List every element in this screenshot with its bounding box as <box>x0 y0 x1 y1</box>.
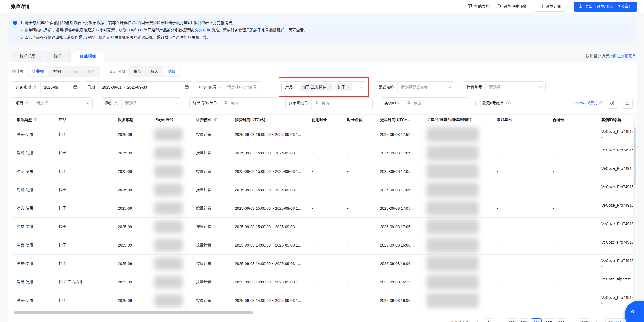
page-button[interactable]: 336 <box>556 318 566 322</box>
product-filter[interactable]: 产品 扣子-三方插件×扣子× <box>281 81 366 93</box>
openapi-debug-link[interactable]: OpenAPI调试 <box>574 101 602 106</box>
remove-tag-icon[interactable]: × <box>347 85 350 89</box>
config-name-filter[interactable]: 配置名称 请选择配置名称 <box>375 81 455 93</box>
table-row[interactable]: 消费-使用 扣子 2025-09 按量计费 2025-09-03 15:00:0… <box>12 199 637 218</box>
help-doc-link[interactable]: 帮助文档 <box>467 4 490 9</box>
table-row[interactable]: 消费-使用 扣子 2025-09 按量计费 2025-09-03 16:00:0… <box>12 125 637 144</box>
tab-2[interactable]: 账单 <box>46 51 70 62</box>
tab-1[interactable]: 账单总览 <box>12 51 44 62</box>
cell-period: 2025-09 <box>113 188 151 192</box>
cell-contract: - <box>548 151 597 155</box>
next-page-button[interactable] <box>592 318 601 322</box>
instance-id-search-input[interactable] <box>413 101 464 106</box>
table-row[interactable]: 消费-使用 扣子 2025-09 按量计费 2025-09-03 14:00:0… <box>12 255 637 273</box>
download-table-button[interactable] <box>622 98 633 109</box>
table-row[interactable]: 消费-使用 扣子 2025-09 按量计费 2025-09-03 15:00:0… <box>12 162 637 181</box>
column-header[interactable]: 订单号/账单号/账单明细号 <box>423 117 492 123</box>
filter-icon[interactable] <box>34 118 38 122</box>
cell-original-order: - <box>492 280 548 284</box>
cell-payer-account <box>151 276 192 288</box>
segment-option[interactable]: 账期 <box>129 67 146 76</box>
cell-consume-time: 2025-09-03 15:00:00 ~ 2025-09-03 1... <box>230 225 307 229</box>
vertical-scrollbar-thumb[interactable] <box>634 127 636 185</box>
bill-alert-link[interactable]: 账单消费预警 <box>497 4 527 9</box>
question-icon[interactable]: ? <box>25 101 29 105</box>
question-icon[interactable]: ? <box>114 101 118 105</box>
project-filter[interactable]: 项目? 请选择 <box>12 97 93 109</box>
column-header[interactable]: 交易时间(UTC+... <box>376 118 423 122</box>
redacted-payer-account <box>154 294 183 307</box>
billing-unit-filter[interactable]: 计费单元 请选择 <box>463 81 546 93</box>
column-header[interactable]: Payer账号 <box>151 117 192 123</box>
cell-billing-mode: 按量计费 <box>192 132 230 137</box>
vertical-scrollbar[interactable] <box>633 114 636 310</box>
column-header[interactable]: 消费时间(UTC+8) <box>230 118 307 122</box>
column-settings-button[interactable] <box>607 98 618 109</box>
export-bill-button[interactable]: 导出月账单/明细（含公章） <box>574 2 637 12</box>
bill-subscribe-button[interactable]: 账单订阅 <box>534 2 566 12</box>
cell-bill-type: 消费-使用 <box>12 298 54 303</box>
column-header[interactable]: 时长单位 <box>343 118 376 122</box>
table-row[interactable]: 消费-使用 扣子 2025-09 按量计费 2025-09-03 15:00:0… <box>12 218 637 236</box>
billing-period-filter[interactable]: 账务账期? 2025-09 <box>12 81 81 93</box>
page-button[interactable]: ··· <box>495 318 504 322</box>
order-no-search-input[interactable] <box>230 101 273 106</box>
remove-tag-icon[interactable]: × <box>329 85 331 89</box>
prev-page-button[interactable] <box>473 318 482 322</box>
goto-split-bill-link[interactable]: 前往分账账单 <box>613 54 636 58</box>
segment-option[interactable]: 按天 <box>146 67 163 76</box>
table-row[interactable]: 消费-使用 扣子 2025-09 按量计费 2025-09-03 14:00:0… <box>12 236 637 255</box>
column-header[interactable]: 实例ID/名称 <box>597 118 637 122</box>
segment-option[interactable]: 账号 <box>83 67 99 76</box>
page-button[interactable]: 1 <box>484 318 493 322</box>
page-button[interactable]: 335 <box>544 318 554 322</box>
redacted-payer-account <box>154 239 183 252</box>
segment-option[interactable]: 实例 <box>49 67 65 76</box>
payer-account-filter[interactable]: Payer账号 请选择Payer账号 <box>195 81 261 93</box>
horizontal-scrollbar-thumb[interactable] <box>14 311 253 314</box>
split-bill-link[interactable]: 分账账单 <box>195 28 210 32</box>
cell-product: 扣子 <box>54 187 113 192</box>
page-button[interactable]: 334 <box>531 318 541 322</box>
page-button[interactable]: 332 <box>506 318 516 322</box>
column-header[interactable]: 计费模式 <box>192 118 230 122</box>
segment-option[interactable]: 计费项 <box>28 67 48 76</box>
cell-contract: - <box>548 188 597 192</box>
column-header[interactable]: 使用时长 <box>307 118 343 122</box>
filter-icon[interactable] <box>213 118 217 122</box>
table-row[interactable]: 消费-使用 扣子-三方插件 2025-09 按量计费 2025-09-03 14… <box>12 273 637 291</box>
page-button[interactable]: ··· <box>569 318 577 322</box>
filter-row-2: 项目? 请选择 标签? 请选择 订单号/账单号 账单明细号 实例ID 隐藏0元账… <box>12 97 633 109</box>
cell-order-no <box>423 164 492 179</box>
cell-trade-time: 2025-09-03 17:05:... <box>376 188 423 192</box>
hide-zero-checkbox[interactable] <box>475 101 480 105</box>
cell-duration: - <box>307 298 343 303</box>
tag-filter[interactable]: 标签? 请选择 <box>101 97 181 109</box>
segment-option[interactable]: 产品 <box>66 67 82 76</box>
table-row[interactable]: 消费-使用 扣子 2025-09 按量计费 2025-09-03 15:00:0… <box>12 144 637 162</box>
question-icon[interactable]: ? <box>33 85 37 89</box>
date-range-filter[interactable]: 日期 2025-09-01-2025-09-30 <box>84 81 192 93</box>
column-header[interactable]: 合同号 <box>548 118 597 122</box>
notice-lines: 1. 请于每月第2个自然日12点后查看上月账单数据，若存在计费模式=合同计费的账… <box>20 19 308 41</box>
horizontal-scrollbar[interactable] <box>12 311 633 314</box>
cell-bill-type: 消费-使用 <box>12 187 54 192</box>
cell-billing-mode: 按量计费 <box>192 151 230 155</box>
cell-instance: VeCoze_tripartite_- <box>597 276 637 288</box>
segment-option[interactable]: 明细 <box>163 67 180 76</box>
cell-product: 扣子-三方插件 <box>54 280 113 285</box>
page-button[interactable]: 333 <box>519 318 529 322</box>
column-header[interactable]: 原订单号 <box>492 117 548 123</box>
cell-consume-time: 2025-09-03 14:00:00 ~ 2025-09-03 1... <box>230 243 307 247</box>
cell-duration-unit: - <box>343 151 376 155</box>
bill-detail-no-search-input[interactable] <box>321 101 369 106</box>
question-icon[interactable]: ? <box>506 101 511 105</box>
cell-order-no <box>423 238 492 253</box>
column-header[interactable]: 账务账期 <box>113 118 151 122</box>
column-header[interactable]: 账单类型 <box>12 118 54 122</box>
page-button[interactable]: 362 <box>580 318 590 322</box>
column-header[interactable]: 产品 <box>54 118 113 122</box>
table-row[interactable]: 消费-使用 扣子 2025-09 按量计费 2025-09-03 15:00:0… <box>12 181 637 199</box>
table-row[interactable]: 消费-使用 扣子 2025-09 按量计费 2025-09-03 14:00:0… <box>12 291 637 310</box>
tab-3[interactable]: 账单明细 <box>72 51 104 62</box>
